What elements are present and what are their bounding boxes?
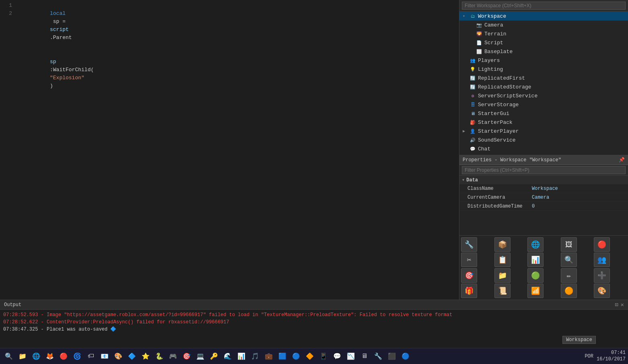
taskbar-icon-22[interactable]: 🔶 [303,350,316,363]
tree-item-replicatedfirst[interactable]: 🔄 ReplicatedFirst [459,74,628,82]
code-editor: 1 2 local sp = script .Parent sp :WaitFo… [0,0,459,300]
tree-icon-lighting: 💡 [469,66,476,73]
taskbar-icon-17[interactable]: 📊 [235,350,248,363]
tree-label-baseplate: Baseplate [484,49,513,55]
toolbox-icon-17[interactable]: 📶 [527,284,544,298]
toolbox-icon-13[interactable]: ✏ [561,268,577,283]
tree-item-players[interactable]: 👥 Players [459,56,628,65]
taskbar-icon-24[interactable]: 💬 [331,350,344,363]
prop-name-classname: ClassName [467,186,532,191]
toolbox-icon-16[interactable]: 📜 [494,284,511,298]
tree-icon-starterplayer: 👤 [469,128,476,135]
toolbox-icon-10[interactable]: 🎯 [461,268,477,283]
taskbar-icon-6[interactable]: 🏷 [84,350,97,363]
toolbox-icon-11[interactable]: 📁 [494,268,511,283]
tree-item-starterplayer[interactable]: ▶ 👤 StarterPlayer [459,127,628,136]
tree-item-baseplate[interactable]: ⬜ Baseplate [459,47,628,56]
taskbar-icon-13[interactable]: 🎯 [180,350,193,363]
taskbar-icon-27[interactable]: 🔧 [372,350,385,363]
taskbar-icon-29[interactable]: 🔵 [399,350,412,363]
output-maximize-icon[interactable]: ⊡ [615,301,618,308]
toolbox-icon-2[interactable]: 🌐 [527,237,544,252]
tree-label-soundservice: SoundService [478,137,516,143]
output-line-0: 07:28:52.593 - Image "https://assetgame.… [3,311,625,319]
tree-item-lighting[interactable]: 💡 Lighting [459,65,628,74]
taskbar-icon-23[interactable]: 📱 [317,350,330,363]
tree-item-serverstorage[interactable]: 🗄 ServerStorage [459,100,628,109]
toolbox-icon-3[interactable]: 🖼 [561,237,577,252]
output-content: 07:28:52.593 - Image "https://assetgame.… [0,310,628,348]
toolbox-icon-15[interactable]: 🎁 [461,284,477,298]
tree-item-startergui[interactable]: 🖥 StarterGui [459,109,628,118]
taskbar-icon-20[interactable]: 🟦 [276,350,289,363]
taskbar-icon-8[interactable]: 🎨 [112,350,125,363]
prop-row-distributedgametime: DistributedGameTime 0 [459,202,628,211]
tree-icon-startergui: 🖥 [469,110,476,117]
taskbar-icon-18[interactable]: 🎵 [249,350,261,363]
taskbar-icon-21[interactable]: 🔵 [290,350,303,363]
prop-section-arrow: ▾ [462,177,465,183]
toolbox-icon-1[interactable]: 📦 [494,237,511,252]
toolbox-icon-8[interactable]: 🔍 [561,253,577,267]
taskbar-icon-25[interactable]: 📉 [344,350,357,363]
taskbar-icon-14[interactable]: 💻 [194,350,207,363]
toolbox-icon-4[interactable]: 🔴 [594,237,610,252]
taskbar-icon-16[interactable]: 🌊 [221,350,234,363]
taskbar-icon-3[interactable]: 🦊 [43,350,56,363]
tree-label-players: Players [478,58,500,64]
code-op-colon: :WaitForChild( [50,67,94,73]
taskbar-icon-10[interactable]: ⭐ [139,350,152,363]
taskbar-icon-28[interactable]: ⬛ [385,350,398,363]
tree-label-startergui: StarterGui [478,111,509,117]
toolbox-icon-7[interactable]: 📊 [527,253,544,267]
taskbar-icon-7[interactable]: 📧 [98,350,111,363]
tree-arrow-workspace: ▾ [463,14,469,19]
toolbox-icon-5[interactable]: ✂ [461,253,477,267]
tree-item-serverscriptservice[interactable]: ⚙ ServerScriptService [459,91,628,100]
tree-icon-baseplate: ⬜ [476,48,483,55]
taskbar-icon-19[interactable]: 💼 [262,350,275,363]
taskbar-time-display: 07:41 16/10/2017 [597,350,626,362]
output-close-icon[interactable]: ✕ [621,301,624,308]
tree-item-workspace[interactable]: ▾ 🗂 Workspace [459,12,628,21]
code-lines[interactable]: local sp = script .Parent sp :WaitForChi… [16,2,459,298]
properties-pin-icon[interactable]: 📌 [619,157,625,163]
tree-label-chat: Chat [478,146,490,152]
taskbar-icon-9[interactable]: 🔷 [126,350,138,363]
tree-item-camera[interactable]: 📷 Camera [459,21,628,29]
tree-item-chat[interactable]: 💬 Chat [459,144,628,153]
tree-item-replicatedstorage[interactable]: 🔄 ReplicatedStorage [459,82,628,91]
taskbar-icon-2[interactable]: 🌐 [30,350,43,363]
tree-label-camera: Camera [484,22,503,28]
tree-item-soundservice[interactable]: 🔊 SoundService [459,136,628,144]
toolbox-icon-19[interactable]: 🎨 [594,284,610,298]
tree-label-replicatedstorage: ReplicatedStorage [478,84,531,90]
taskbar-icon-0[interactable]: 🔍 [2,350,15,363]
taskbar-icon-1[interactable]: 📁 [16,350,29,363]
explorer-filter-input[interactable] [462,2,626,10]
toolbox-icon-6[interactable]: 📋 [494,253,511,267]
explorer-tree[interactable]: ▾ 🗂 Workspace 📷 Camera 🌄 Terrain 📄 Scrip… [459,12,628,155]
taskbar-right: POR 07:41 16/10/2017 [585,350,626,362]
toolbox-icon-0[interactable]: 🔧 [461,237,477,252]
properties-content: ▾ Data ClassName Workspace CurrentCamera… [459,176,628,235]
taskbar-icon-15[interactable]: 🔑 [208,350,220,363]
main-area: 1 2 local sp = script .Parent sp :WaitFo… [0,0,628,300]
tree-arrow-starterplayer: ▶ [463,129,469,134]
taskbar-icon-5[interactable]: 🌀 [71,350,84,363]
tree-icon-script: 📄 [476,39,483,46]
tree-item-terrain[interactable]: 🌄 Terrain [459,29,628,38]
toolbox-icon-12[interactable]: 🟢 [527,268,544,283]
prop-rows-container: ClassName Workspace CurrentCamera Camera… [459,184,628,211]
prop-value-distributedgametime: 0 [532,204,625,209]
toolbox-icon-9[interactable]: 👥 [594,253,610,267]
taskbar-icon-12[interactable]: 🎮 [167,350,179,363]
taskbar-icon-11[interactable]: 🐍 [153,350,166,363]
tree-item-script[interactable]: 📄 Script [459,38,628,47]
tree-item-starterpack[interactable]: 🎒 StarterPack [459,118,628,127]
properties-filter-input[interactable] [462,166,626,174]
toolbox-icon-18[interactable]: 🟠 [561,284,577,298]
taskbar-icon-4[interactable]: 🔴 [57,350,70,363]
toolbox-icon-14[interactable]: ➕ [594,268,610,283]
taskbar-icon-26[interactable]: 🖥 [358,350,371,363]
